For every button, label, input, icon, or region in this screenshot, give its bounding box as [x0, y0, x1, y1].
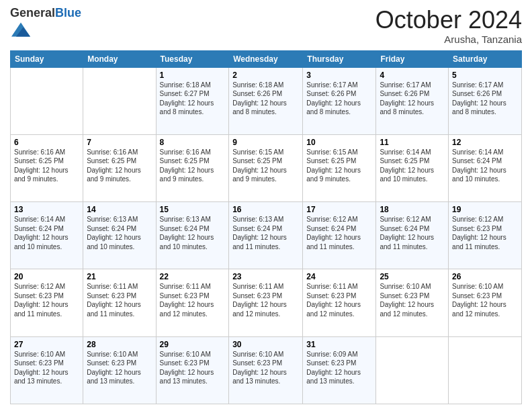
calendar-cell: 6Sunrise: 6:16 AM Sunset: 6:25 PM Daylig…	[11, 134, 83, 201]
day-number: 29	[160, 340, 226, 349]
day-detail: Sunrise: 6:17 AM Sunset: 6:26 PM Dayligh…	[452, 81, 518, 117]
logo: GeneralBlue	[10, 7, 81, 42]
day-detail: Sunrise: 6:18 AM Sunset: 6:26 PM Dayligh…	[232, 81, 299, 117]
calendar-cell: 7Sunrise: 6:16 AM Sunset: 6:25 PM Daylig…	[83, 134, 156, 201]
weekday-header-saturday: Saturday	[449, 50, 522, 67]
day-detail: Sunrise: 6:12 AM Sunset: 6:23 PM Dayligh…	[14, 282, 79, 318]
calendar-cell: 20Sunrise: 6:12 AM Sunset: 6:23 PM Dayli…	[11, 269, 83, 336]
day-detail: Sunrise: 6:10 AM Sunset: 6:23 PM Dayligh…	[232, 350, 299, 386]
day-number: 16	[232, 205, 299, 214]
day-detail: Sunrise: 6:12 AM Sunset: 6:24 PM Dayligh…	[306, 215, 372, 251]
day-detail: Sunrise: 6:18 AM Sunset: 6:27 PM Dayligh…	[160, 81, 226, 117]
day-number: 4	[380, 71, 445, 80]
day-detail: Sunrise: 6:15 AM Sunset: 6:25 PM Dayligh…	[306, 148, 372, 184]
weekday-header-wednesday: Wednesday	[229, 50, 303, 67]
day-number: 28	[87, 340, 152, 349]
calendar-cell: 14Sunrise: 6:13 AM Sunset: 6:24 PM Dayli…	[83, 202, 156, 269]
calendar-cell: 4Sunrise: 6:17 AM Sunset: 6:26 PM Daylig…	[376, 67, 449, 134]
day-detail: Sunrise: 6:14 AM Sunset: 6:24 PM Dayligh…	[452, 148, 518, 184]
day-number: 26	[452, 272, 518, 281]
day-number: 19	[452, 205, 518, 214]
calendar-cell: 23Sunrise: 6:11 AM Sunset: 6:23 PM Dayli…	[229, 269, 303, 336]
calendar-cell: 2Sunrise: 6:18 AM Sunset: 6:26 PM Daylig…	[229, 67, 303, 134]
calendar-cell	[83, 67, 156, 134]
day-detail: Sunrise: 6:16 AM Sunset: 6:25 PM Dayligh…	[14, 148, 79, 184]
calendar-cell: 29Sunrise: 6:10 AM Sunset: 6:23 PM Dayli…	[156, 336, 229, 404]
calendar-cell: 11Sunrise: 6:14 AM Sunset: 6:25 PM Dayli…	[376, 134, 449, 201]
logo-text: GeneralBlue	[10, 7, 81, 20]
day-detail: Sunrise: 6:16 AM Sunset: 6:25 PM Dayligh…	[160, 148, 226, 184]
weekday-header-sunday: Sunday	[11, 50, 83, 67]
calendar-cell: 18Sunrise: 6:12 AM Sunset: 6:24 PM Dayli…	[376, 202, 449, 269]
day-detail: Sunrise: 6:10 AM Sunset: 6:23 PM Dayligh…	[452, 282, 518, 318]
day-detail: Sunrise: 6:13 AM Sunset: 6:24 PM Dayligh…	[232, 215, 299, 251]
day-number: 25	[380, 272, 445, 281]
calendar-cell: 31Sunrise: 6:09 AM Sunset: 6:23 PM Dayli…	[303, 336, 376, 404]
day-number: 13	[14, 205, 79, 214]
calendar-cell: 5Sunrise: 6:17 AM Sunset: 6:26 PM Daylig…	[449, 67, 522, 134]
day-number: 7	[87, 138, 152, 147]
calendar-cell: 15Sunrise: 6:13 AM Sunset: 6:24 PM Dayli…	[156, 202, 229, 269]
day-detail: Sunrise: 6:10 AM Sunset: 6:23 PM Dayligh…	[380, 282, 445, 318]
day-number: 9	[232, 138, 299, 147]
calendar-week-2: 6Sunrise: 6:16 AM Sunset: 6:25 PM Daylig…	[11, 134, 522, 201]
day-detail: Sunrise: 6:12 AM Sunset: 6:23 PM Dayligh…	[452, 215, 518, 251]
day-detail: Sunrise: 6:11 AM Sunset: 6:23 PM Dayligh…	[232, 282, 299, 318]
calendar-cell: 17Sunrise: 6:12 AM Sunset: 6:24 PM Dayli…	[303, 202, 376, 269]
day-number: 12	[452, 138, 518, 147]
day-number: 31	[306, 340, 372, 349]
day-number: 5	[452, 71, 518, 80]
title-area: October 2024 Arusha, Tanzania	[375, 7, 522, 45]
day-number: 6	[14, 138, 79, 147]
calendar-cell: 1Sunrise: 6:18 AM Sunset: 6:27 PM Daylig…	[156, 67, 229, 134]
day-detail: Sunrise: 6:14 AM Sunset: 6:25 PM Dayligh…	[380, 148, 445, 184]
logo-general: General	[10, 6, 55, 19]
calendar-cell: 30Sunrise: 6:10 AM Sunset: 6:23 PM Dayli…	[229, 336, 303, 404]
calendar-cell: 21Sunrise: 6:11 AM Sunset: 6:23 PM Dayli…	[83, 269, 156, 336]
day-detail: Sunrise: 6:11 AM Sunset: 6:23 PM Dayligh…	[306, 282, 372, 318]
day-detail: Sunrise: 6:09 AM Sunset: 6:23 PM Dayligh…	[306, 350, 372, 386]
day-number: 15	[160, 205, 226, 214]
day-number: 30	[232, 340, 299, 349]
calendar-cell: 8Sunrise: 6:16 AM Sunset: 6:25 PM Daylig…	[156, 134, 229, 201]
month-title: October 2024	[375, 7, 522, 34]
calendar-cell: 12Sunrise: 6:14 AM Sunset: 6:24 PM Dayli…	[449, 134, 522, 201]
day-number: 8	[160, 138, 226, 147]
header: GeneralBlue October 2024 Arusha, Tanzani…	[10, 7, 522, 45]
calendar-week-5: 27Sunrise: 6:10 AM Sunset: 6:23 PM Dayli…	[11, 336, 522, 404]
day-number: 24	[306, 272, 372, 281]
calendar-table: SundayMondayTuesdayWednesdayThursdayFrid…	[10, 50, 522, 404]
calendar-cell	[11, 67, 83, 134]
day-number: 11	[380, 138, 445, 147]
page: GeneralBlue October 2024 Arusha, Tanzani…	[0, 0, 532, 411]
day-number: 23	[232, 272, 299, 281]
weekday-header-friday: Friday	[376, 50, 449, 67]
calendar-cell: 9Sunrise: 6:15 AM Sunset: 6:25 PM Daylig…	[229, 134, 303, 201]
day-detail: Sunrise: 6:10 AM Sunset: 6:23 PM Dayligh…	[87, 350, 152, 386]
day-number: 3	[306, 71, 372, 80]
day-number: 18	[380, 205, 445, 214]
calendar-cell: 26Sunrise: 6:10 AM Sunset: 6:23 PM Dayli…	[449, 269, 522, 336]
logo-blue: Blue	[55, 6, 81, 19]
day-number: 2	[232, 71, 299, 80]
location: Arusha, Tanzania	[375, 34, 522, 45]
day-detail: Sunrise: 6:11 AM Sunset: 6:23 PM Dayligh…	[87, 282, 152, 318]
calendar-week-4: 20Sunrise: 6:12 AM Sunset: 6:23 PM Dayli…	[11, 269, 522, 336]
weekday-header-tuesday: Tuesday	[156, 50, 229, 67]
day-number: 14	[87, 205, 152, 214]
weekday-header-thursday: Thursday	[303, 50, 376, 67]
calendar-body: 1Sunrise: 6:18 AM Sunset: 6:27 PM Daylig…	[11, 67, 522, 404]
day-detail: Sunrise: 6:12 AM Sunset: 6:24 PM Dayligh…	[380, 215, 445, 251]
day-number: 17	[306, 205, 372, 214]
day-number: 20	[14, 272, 79, 281]
day-number: 22	[160, 272, 226, 281]
calendar-cell: 28Sunrise: 6:10 AM Sunset: 6:23 PM Dayli…	[83, 336, 156, 404]
day-number: 1	[160, 71, 226, 80]
calendar-week-1: 1Sunrise: 6:18 AM Sunset: 6:27 PM Daylig…	[11, 67, 522, 134]
calendar-cell: 25Sunrise: 6:10 AM Sunset: 6:23 PM Dayli…	[376, 269, 449, 336]
calendar-cell: 19Sunrise: 6:12 AM Sunset: 6:23 PM Dayli…	[449, 202, 522, 269]
calendar-cell: 13Sunrise: 6:14 AM Sunset: 6:24 PM Dayli…	[11, 202, 83, 269]
calendar-cell: 24Sunrise: 6:11 AM Sunset: 6:23 PM Dayli…	[303, 269, 376, 336]
logo-icon	[11, 20, 30, 39]
weekday-header-monday: Monday	[83, 50, 156, 67]
